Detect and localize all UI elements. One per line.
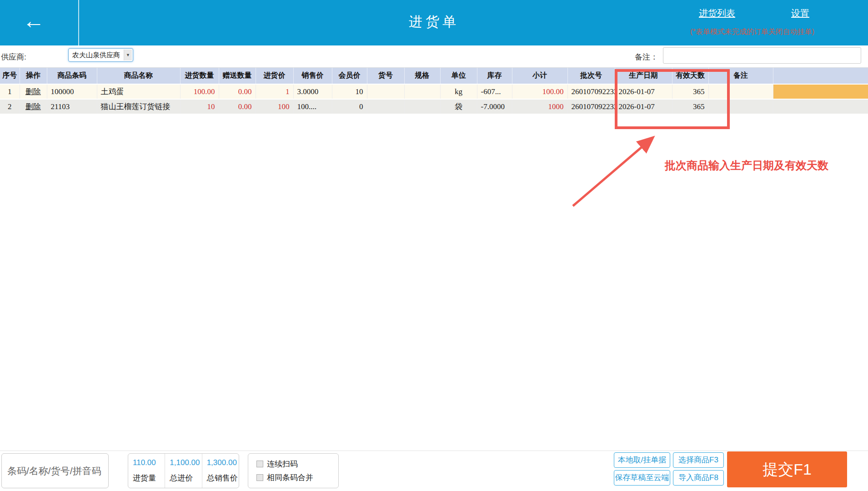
cell-subtotal: 1000 bbox=[512, 99, 567, 114]
save-draft-cloud-button[interactable]: 保存草稿至云端 bbox=[614, 470, 670, 486]
col-extra bbox=[773, 68, 868, 84]
table-row: 2 删除 21103 猫山王榴莲订货链接 10 0.00 100 100....… bbox=[0, 99, 868, 114]
cell-qty[interactable]: 10 bbox=[180, 99, 219, 114]
cell-sale-price[interactable]: 100.... bbox=[293, 99, 332, 114]
checkbox-icon bbox=[256, 474, 263, 481]
stat-label: 进货量 bbox=[133, 473, 165, 483]
cell-price[interactable]: 100 bbox=[256, 99, 293, 114]
search-input[interactable] bbox=[1, 453, 109, 488]
stat-label: 总进价 bbox=[170, 473, 201, 483]
toolbar: 供应商: 农夫山泉供应商 ▼ 备注： bbox=[0, 45, 868, 67]
cell-unit: 袋 bbox=[440, 99, 477, 114]
stat-purchase-qty: 110.00 进货量 bbox=[128, 454, 165, 488]
form-mode-note: (*表单模式未完成的订单关闭自动挂单) bbox=[690, 27, 814, 37]
col-qty: 进货数量 bbox=[180, 68, 219, 84]
col-item-no: 货号 bbox=[367, 68, 404, 84]
stat-total-cost: 1,100.00 总进价 bbox=[165, 454, 201, 488]
cell-gift-qty[interactable]: 0.00 bbox=[219, 84, 256, 99]
select-product-f3-button[interactable]: 选择商品F3 bbox=[673, 452, 724, 468]
cell-valid-days[interactable]: 365 bbox=[672, 99, 708, 114]
cell-seq: 2 bbox=[0, 99, 20, 114]
cell-selected-highlight[interactable] bbox=[773, 84, 868, 99]
annotation-text: 批次商品输入生产日期及有效天数 bbox=[665, 158, 828, 173]
cell-spec bbox=[404, 99, 440, 114]
stat-value: 1,100.00 bbox=[170, 458, 201, 467]
totals-panel: 110.00 进货量 1,100.00 总进价 1,300.00 总销售价 bbox=[128, 453, 239, 488]
col-action: 操作 bbox=[20, 68, 47, 84]
supplier-select[interactable]: 农夫山泉供应商 ▼ bbox=[68, 48, 133, 62]
cell-extra bbox=[773, 99, 868, 114]
checkbox-label: 连续扫码 bbox=[267, 459, 298, 469]
col-spec: 规格 bbox=[404, 68, 440, 84]
cell-sale-price[interactable]: 3.0000 bbox=[293, 84, 332, 99]
table-header-row: 序号 操作 商品条码 商品名称 进货数量 赠送数量 进货价 销售价 会员价 货号… bbox=[0, 68, 868, 84]
purchase-list-link[interactable]: 进货列表 bbox=[699, 7, 735, 20]
local-retrieve-hold-button[interactable]: 本地取/挂单据 bbox=[614, 452, 670, 468]
cell-member-price: 10 bbox=[332, 84, 367, 99]
cell-item-no bbox=[367, 99, 404, 114]
cell-stock: -7.0000 bbox=[477, 99, 512, 114]
cell-stock: -607... bbox=[477, 84, 512, 99]
cell-valid-days[interactable]: 365 bbox=[672, 84, 708, 99]
col-batch-no: 批次号 bbox=[567, 68, 615, 84]
cell-member-price: 0 bbox=[332, 99, 367, 114]
col-valid-days: 有效天数 bbox=[672, 68, 708, 84]
cell-remark[interactable] bbox=[708, 84, 773, 99]
items-table: 序号 操作 商品条码 商品名称 进货数量 赠送数量 进货价 销售价 会员价 货号… bbox=[0, 67, 868, 115]
col-barcode: 商品条码 bbox=[47, 68, 97, 84]
cell-name: 土鸡蛋 bbox=[97, 84, 180, 99]
annotation-arrow bbox=[562, 120, 671, 211]
cell-prod-date[interactable]: 2026-01-07 bbox=[615, 84, 672, 99]
delete-link[interactable]: 删除 bbox=[25, 102, 41, 111]
cell-gift-qty[interactable]: 0.00 bbox=[219, 99, 256, 114]
import-product-f8-button[interactable]: 导入商品F8 bbox=[673, 470, 724, 486]
checkbox-continuous-scan[interactable]: 连续扫码 bbox=[256, 458, 338, 470]
cell-barcode: 100000 bbox=[47, 84, 97, 99]
col-name: 商品名称 bbox=[97, 68, 180, 84]
cell-batch-no: 260107092232. bbox=[567, 84, 615, 99]
col-remark: 备注 bbox=[708, 68, 773, 84]
col-seq: 序号 bbox=[0, 68, 20, 84]
cell-name: 猫山王榴莲订货链接 bbox=[97, 99, 180, 114]
checkbox-icon bbox=[256, 461, 263, 467]
scan-options-panel: 连续扫码 相同条码合并 bbox=[248, 453, 339, 488]
cell-qty[interactable]: 100.00 bbox=[180, 84, 219, 99]
chevron-down-icon: ▼ bbox=[124, 50, 132, 60]
remark-input[interactable] bbox=[663, 47, 861, 64]
col-gift-qty: 赠送数量 bbox=[219, 68, 256, 84]
cell-seq: 1 bbox=[0, 84, 20, 99]
cell-batch-no: 260107092232. bbox=[567, 99, 615, 114]
stat-value: 110.00 bbox=[133, 458, 165, 467]
col-unit: 单位 bbox=[440, 68, 477, 84]
col-prod-date: 生产日期 bbox=[615, 68, 672, 84]
checkbox-label: 相同条码合并 bbox=[267, 472, 313, 483]
settings-link[interactable]: 设置 bbox=[791, 7, 809, 20]
cell-barcode: 21103 bbox=[47, 99, 97, 114]
cell-spec bbox=[404, 84, 440, 99]
col-price: 进货价 bbox=[256, 68, 293, 84]
table-row: 1 删除 100000 土鸡蛋 100.00 0.00 1 3.0000 10 … bbox=[0, 84, 868, 99]
supplier-select-value: 农夫山泉供应商 bbox=[72, 51, 120, 60]
top-bar: ← 进货单 进货列表 设置 (*表单模式未完成的订单关闭自动挂单) bbox=[0, 0, 868, 45]
cell-item-no bbox=[367, 84, 404, 99]
submit-f1-button[interactable]: 提交F1 bbox=[727, 451, 847, 487]
stat-total-sale: 1,300.00 总销售价 bbox=[202, 454, 239, 488]
remark-label: 备注： bbox=[635, 52, 658, 62]
cell-subtotal: 100.00 bbox=[512, 84, 567, 99]
cell-unit: kg bbox=[440, 84, 477, 99]
delete-link[interactable]: 删除 bbox=[25, 87, 41, 96]
cell-price[interactable]: 1 bbox=[256, 84, 293, 99]
cell-prod-date[interactable]: 2026-01-07 bbox=[615, 99, 672, 114]
cell-remark[interactable] bbox=[708, 99, 773, 114]
col-subtotal: 小计 bbox=[512, 68, 567, 84]
checkbox-merge-same-barcode[interactable]: 相同条码合并 bbox=[256, 471, 338, 483]
stat-label: 总销售价 bbox=[207, 473, 239, 483]
supplier-label: 供应商: bbox=[1, 52, 26, 62]
col-stock: 库存 bbox=[477, 68, 512, 84]
col-sale-price: 销售价 bbox=[293, 68, 332, 84]
stat-value: 1,300.00 bbox=[207, 458, 239, 467]
footer-bar: 110.00 进货量 1,100.00 总进价 1,300.00 总销售价 连续… bbox=[0, 451, 868, 491]
col-member-price: 会员价 bbox=[332, 68, 367, 84]
